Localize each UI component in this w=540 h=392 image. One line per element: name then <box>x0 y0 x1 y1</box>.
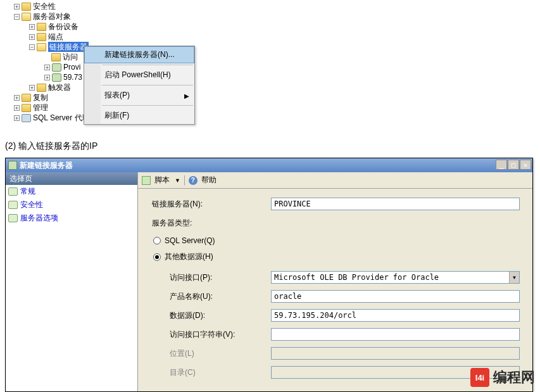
watermark: I4i 编程网 <box>470 368 535 387</box>
dialog-titlebar[interactable]: 新建链接服务器 _ □ ✕ <box>6 158 532 172</box>
instruction-text: (2) 输入链接服务器的IP <box>5 141 97 152</box>
maximize-button[interactable]: □ <box>508 160 519 170</box>
minimize-button[interactable]: _ <box>496 160 507 170</box>
folder-icon <box>37 43 46 51</box>
script-icon <box>142 176 151 185</box>
plus-icon[interactable]: + <box>14 95 20 101</box>
page-icon <box>8 201 18 209</box>
product-name-label: 产品名称(U): <box>170 291 271 302</box>
radio-icon <box>153 237 161 244</box>
plus-icon[interactable]: + <box>44 75 50 80</box>
folder-icon <box>37 33 46 41</box>
plus-icon[interactable]: + <box>14 105 20 111</box>
tree-node-security[interactable]: +安全性 <box>4 1 540 11</box>
watermark-logo-icon: I4i <box>470 368 489 387</box>
watermark-text: 编程网 <box>493 368 535 387</box>
form-pane: 脚本▼ ? 帮助 链接服务器(N): 服务器类型: SQL Server(Q) <box>138 172 532 391</box>
plus-icon[interactable]: + <box>14 115 20 121</box>
page-security[interactable]: 安全性 <box>6 198 137 212</box>
folder-icon <box>22 104 31 112</box>
provider-string-label: 访问接口字符串(V): <box>170 329 271 340</box>
server-icon <box>52 73 61 82</box>
linked-server-input[interactable] <box>271 198 520 210</box>
plus-icon[interactable]: + <box>14 4 20 9</box>
close-button[interactable]: ✕ <box>520 160 531 170</box>
menu-separator <box>102 85 193 85</box>
dialog-icon <box>8 161 17 170</box>
page-selector-header: 选择页 <box>6 172 137 185</box>
radio-other-source[interactable]: 其他数据源(H) <box>153 251 520 262</box>
folder-icon <box>22 13 31 21</box>
menu-new-linked-server[interactable]: 新建链接服务器(N)... <box>84 46 194 63</box>
script-button[interactable]: 脚本 <box>154 175 170 186</box>
location-input <box>271 347 520 360</box>
page-selector-pane: 选择页 常规 安全性 服务器选项 <box>6 172 138 391</box>
tree-node-server-objects[interactable]: −服务器对象 <box>4 11 540 22</box>
menu-start-powershell[interactable]: 启动 PowerShell(H) <box>84 66 194 84</box>
help-icon: ? <box>189 176 198 185</box>
page-icon <box>8 187 18 196</box>
agent-icon <box>22 114 31 122</box>
toolbar-separator <box>184 175 185 186</box>
location-label: 位置(L) <box>170 348 271 359</box>
dialog-toolbar: 脚本▼ ? 帮助 <box>138 172 532 189</box>
plus-icon[interactable]: + <box>29 24 35 30</box>
folder-icon <box>51 53 61 61</box>
dropdown-arrow-icon[interactable]: ▼ <box>175 177 180 184</box>
menu-reports[interactable]: 报表(P)▶ <box>84 87 194 104</box>
catalog-label: 目录(C) <box>170 367 271 378</box>
plus-icon[interactable]: + <box>29 34 35 40</box>
product-name-input[interactable] <box>271 290 520 303</box>
provider-string-input[interactable] <box>271 328 520 341</box>
folder-icon <box>22 94 31 102</box>
provider-select[interactable]: Microsoft OLE DB Provider for Oracle ▼ <box>271 271 520 284</box>
minus-icon[interactable]: − <box>14 14 20 20</box>
tree-node-endpoint[interactable]: +端点 <box>4 32 540 42</box>
linked-server-label: 链接服务器(N): <box>152 199 271 210</box>
plus-icon[interactable]: + <box>44 65 50 70</box>
menu-separator <box>102 105 193 106</box>
datasource-input[interactable] <box>271 309 520 322</box>
tree-node-backup[interactable]: +备份设备 <box>4 22 540 32</box>
page-general[interactable]: 常规 <box>6 185 137 198</box>
selected-node-label: 链接服务器 <box>48 42 89 52</box>
radio-sqlserver[interactable]: SQL Server(Q) <box>153 236 520 245</box>
context-menu: 新建链接服务器(N)... 启动 PowerShell(H) 报表(P)▶ 刷新… <box>84 46 195 125</box>
server-type-label: 服务器类型: <box>152 218 271 229</box>
page-icon <box>8 214 18 222</box>
dialog-title: 新建链接服务器 <box>20 160 73 171</box>
object-explorer-tree: +安全性 −服务器对象 +备份设备 +端点 −链接服务器 访问 +Provi +… <box>0 0 540 123</box>
server-icon <box>52 63 61 72</box>
provider-label: 访问接口(P): <box>170 272 271 283</box>
page-server-options[interactable]: 服务器选项 <box>6 212 137 225</box>
new-linked-server-dialog: 新建链接服务器 _ □ ✕ 选择页 常规 安全性 服务器选项 脚本▼ ? 帮助 … <box>5 158 533 392</box>
radio-icon <box>153 253 161 261</box>
menu-separator <box>102 65 193 65</box>
plus-icon[interactable]: + <box>29 85 35 91</box>
folder-icon <box>37 84 46 92</box>
datasource-label: 数据源(D): <box>170 310 271 321</box>
minus-icon[interactable]: − <box>29 44 35 50</box>
folder-icon <box>37 23 46 31</box>
submenu-arrow-icon: ▶ <box>184 92 189 99</box>
menu-refresh[interactable]: 刷新(F) <box>84 107 194 124</box>
dropdown-button-icon[interactable]: ▼ <box>509 272 519 283</box>
folder-icon <box>22 3 31 11</box>
help-button[interactable]: 帮助 <box>201 175 217 186</box>
